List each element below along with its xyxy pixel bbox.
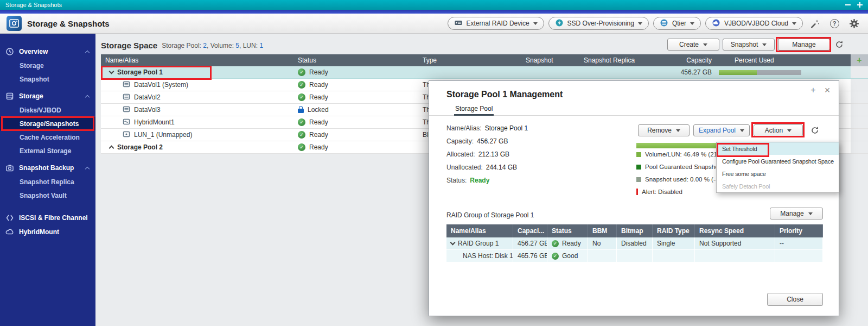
window-title: Storage & Snapshots [5, 2, 62, 8]
close-button[interactable]: Close [767, 293, 823, 306]
dialog-tabbar: Storage Pool [429, 105, 839, 116]
menu-item-set-threshold[interactable]: Set Threshold [717, 142, 839, 155]
popout-icon[interactable] [808, 85, 818, 95]
external-raid-device-label: External RAID Device [467, 20, 529, 27]
field-label: Status: [446, 177, 467, 184]
sidebar-section-hybridmount[interactable]: HybridMount [0, 225, 95, 239]
pool-status-value: Ready [470, 177, 489, 184]
sidebar: Overview Storage Snapshot Storage Disks/… [0, 34, 95, 326]
raid-column-name-alias[interactable]: Name/Alias [446, 224, 513, 237]
minimize-button[interactable] [845, 4, 851, 5]
chevron-down-icon [533, 22, 538, 25]
row-status: Locked [308, 106, 329, 114]
snapshot-backup-icon [5, 164, 14, 172]
chevron-up-icon [85, 50, 90, 54]
ssd-over-provisioning-icon [555, 18, 564, 29]
create-button[interactable]: Create [667, 39, 719, 51]
refresh-icon[interactable] [809, 124, 821, 136]
app-header: Storage & Snapshots External RAID Device… [0, 14, 868, 34]
percent-used-bar [719, 70, 801, 75]
sidebar-item-external-storage[interactable]: External Storage [0, 144, 95, 158]
help-icon[interactable] [827, 16, 842, 30]
sidebar-item-snapshot[interactable]: Snapshot [0, 72, 95, 86]
sidebar-section-iscsi-fibre-channel[interactable]: iSCSI & Fibre Channel [0, 211, 95, 225]
snapshot-button[interactable]: Snapshot [723, 39, 775, 51]
raid-column-status[interactable]: Status [547, 224, 588, 237]
chevron-down-icon [450, 240, 456, 246]
sidebar-item-storage-snapshots[interactable]: Storage/Snapshots [0, 117, 95, 130]
raid-column-raid-type[interactable]: RAID Type [653, 224, 695, 237]
row-status: Ready [309, 93, 328, 101]
raid-table-row-nas-host-disk-1[interactable]: NAS Host: Disk 1 465.76 GB... Good [446, 250, 823, 262]
dialog-title: Storage Pool 1 Management [446, 90, 563, 99]
raid-column-resync-speed[interactable]: Resync Speed [695, 224, 775, 237]
chevron-down-icon [109, 69, 114, 74]
maximize-button[interactable] [857, 2, 863, 8]
field-value: 212.13 GB [478, 151, 509, 158]
status-ready-icon [298, 131, 305, 139]
chevron-down-icon [792, 22, 796, 25]
field-label: Allocated: [446, 151, 475, 158]
lock-icon [298, 109, 304, 113]
tab-storage-pool[interactable]: Storage Pool [454, 105, 494, 116]
raid-table-row-raid-group-1[interactable]: RAID Group 1 456.27 GB... Ready No Disab… [446, 237, 823, 250]
column-header-percent-used[interactable]: Percent Used [717, 54, 851, 66]
sidebar-section-storage[interactable]: Storage [0, 89, 95, 103]
settings-gear-icon[interactable] [846, 16, 861, 30]
ssd-over-provisioning-button[interactable]: SSD Over-Provisioning [548, 17, 649, 30]
action-button[interactable]: Action [754, 124, 803, 136]
raid-column-priority[interactable]: Priority [775, 224, 823, 237]
add-column-button[interactable] [851, 54, 868, 66]
row-status: Ready [309, 118, 328, 126]
sidebar-section-label: HybridMount [19, 228, 59, 236]
column-header-status[interactable]: Status [293, 54, 418, 66]
sidebar-section-overview[interactable]: Overview [0, 45, 95, 59]
vjbod-cloud-button[interactable]: VJBOD/VJBOD Cloud [705, 17, 803, 30]
field-label: Unallocated: [446, 164, 483, 171]
sidebar-item-snapshot-vault[interactable]: Snapshot Vault [0, 189, 95, 202]
row-capacity: 456.27 GB [670, 66, 717, 78]
raid-name: RAID Group 1 [458, 240, 499, 247]
sidebar-item-storage[interactable]: Storage [0, 59, 95, 72]
sidebar-section-label: iSCSI & Fibre Channel [19, 214, 88, 222]
wand-icon[interactable] [807, 16, 822, 30]
sidebar-section-label: Snapshot Backup [19, 164, 74, 172]
qtier-label: Qtier [672, 20, 686, 27]
chevron-up-icon [85, 166, 90, 171]
menu-item-configure-pool-guaranteed-snapshot-space[interactable]: Configure Pool Guaranteed Snapshot Space [717, 155, 839, 167]
column-header-name-alias[interactable]: Name/Alias [101, 54, 293, 66]
sidebar-item-disks-vjbod[interactable]: Disks/VJBOD [0, 103, 95, 117]
raid-manage-button[interactable]: Manage [770, 208, 823, 220]
menu-item-safely-detach-pool[interactable]: Safely Detach Pool [717, 180, 839, 192]
external-raid-device-button[interactable]: External RAID Device [448, 17, 544, 30]
column-header-type[interactable]: Type [418, 54, 521, 66]
raid-column-bitmap[interactable]: Bitmap [617, 224, 653, 237]
qtier-button[interactable]: Qtier [653, 17, 701, 30]
vjbod-cloud-label: VJBOD/VJBOD Cloud [724, 20, 788, 27]
legend-swatch [636, 152, 641, 157]
column-header-capacity[interactable]: Capacity [670, 54, 717, 66]
column-header-snapshot[interactable]: Snapshot [521, 54, 579, 66]
sidebar-item-snapshot-replica[interactable]: Snapshot Replica [0, 175, 95, 189]
raid-table-header: Name/Alias Capaci... Status BBM Bitmap R… [446, 224, 823, 237]
field-value: Storage Pool 1 [485, 124, 528, 132]
expand-pool-button[interactable]: Expand Pool [693, 124, 750, 136]
sidebar-item-cache-acceleration[interactable]: Cache Acceleration [0, 130, 95, 144]
raid-column-bbm[interactable]: BBM [588, 224, 617, 237]
sidebar-section-snapshot-backup[interactable]: Snapshot Backup [0, 161, 95, 175]
field-value: 456.27 GB [477, 137, 508, 145]
raid-type: Single [653, 237, 695, 249]
legend-snapshot-used: Snapshot used: 0.00 % (--) [636, 175, 719, 184]
chevron-down-icon [787, 129, 792, 132]
menu-item-free-some-space[interactable]: Free some space [717, 167, 839, 180]
manage-button[interactable]: Manage [778, 39, 830, 51]
hybridmount-icon [5, 228, 14, 236]
close-icon[interactable] [822, 85, 832, 95]
column-header-snapshot-replica[interactable]: Snapshot Replica [579, 54, 670, 66]
raid-column-capacity[interactable]: Capaci... [513, 224, 547, 237]
app-title: Storage & Snapshots [27, 19, 110, 28]
table-row-storage-pool-1[interactable]: Storage Pool 1 Ready 456.27 GB [101, 66, 868, 79]
overview-icon [5, 47, 14, 56]
remove-button[interactable]: Remove [638, 124, 690, 136]
refresh-icon[interactable] [833, 39, 845, 51]
